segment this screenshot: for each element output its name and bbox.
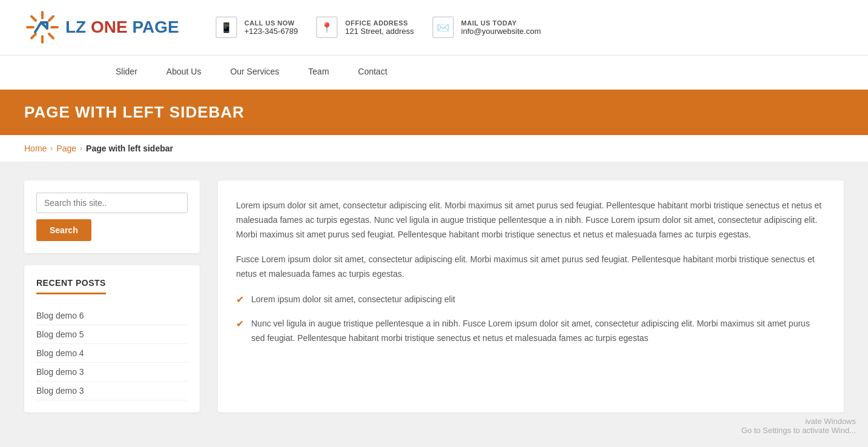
page-banner: PAGE WITH LEFT SIDEBAR [0, 90, 868, 135]
breadcrumb-page[interactable]: Page [56, 144, 76, 153]
checkmark-icon-2: ✔ [236, 318, 244, 329]
search-widget: Search [24, 180, 200, 253]
svg-line-7 [31, 34, 36, 38]
sidebar: Search RECENT POSTS Blog demo 6 Blog dem… [24, 180, 200, 412]
nav-contact[interactable]: Contact [344, 56, 402, 89]
breadcrumb-sep-2: › [80, 144, 82, 153]
svg-line-5 [49, 34, 53, 38]
call-value: +123-345-6789 [245, 27, 298, 36]
breadcrumb-current: Page with left sidebar [86, 144, 173, 153]
check-text-1: Lorem ipsum dolor sit amet, consectetur … [251, 293, 455, 307]
main-area: Search RECENT POSTS Blog demo 6 Blog dem… [0, 162, 868, 431]
list-item[interactable]: Blog demo 6 [36, 306, 188, 325]
nav-slider[interactable]: Slider [101, 56, 152, 89]
list-item[interactable]: Blog demo 3 [36, 382, 188, 400]
logo-lz: LZ [65, 18, 86, 36]
search-input[interactable] [36, 193, 188, 213]
call-us: 📱 CALL US NOW +123-345-6789 [215, 16, 298, 38]
content-paragraph-1: Lorem ipsum dolor sit amet, consectetur … [236, 199, 826, 242]
nav-bar: Slider About Us Our Services Team Contac… [0, 55, 868, 90]
logo-page: PAGE [128, 18, 179, 36]
main-content: Lorem ipsum dolor sit amet, consectetur … [218, 180, 844, 412]
logo-icon [24, 9, 61, 45]
recent-posts-title: RECENT POSTS [36, 278, 106, 294]
mail-details: MAIL US TODAY info@yourwebsite.com [461, 19, 541, 36]
mail-label: MAIL US TODAY [461, 19, 541, 27]
svg-line-6 [49, 16, 53, 21]
recent-posts-widget: RECENT POSTS Blog demo 6 Blog demo 5 Blo… [24, 265, 200, 412]
office-address: 📍 OFFICE ADDRESS 121 Street, address [316, 16, 413, 38]
logo[interactable]: LZ ONE PAGE [24, 9, 179, 45]
nav-our-services[interactable]: Our Services [215, 56, 294, 89]
mail-icon: ✉️ [432, 16, 454, 38]
breadcrumb-sep-1: › [50, 144, 53, 153]
mail-value: info@yourwebsite.com [461, 27, 541, 36]
nav-team[interactable]: Team [294, 56, 343, 89]
breadcrumb-home[interactable]: Home [24, 144, 47, 153]
location-icon: 📍 [316, 16, 338, 38]
list-item[interactable]: Blog demo 5 [36, 325, 188, 344]
phone-icon: 📱 [215, 16, 237, 38]
call-label: CALL US NOW [245, 19, 298, 27]
list-item[interactable]: Blog demo 3 [36, 363, 188, 382]
recent-posts-list: Blog demo 6 Blog demo 5 Blog demo 4 Blog… [36, 306, 188, 400]
content-paragraph-2: Fusce Lorem ipsum dolor sit amet, consec… [236, 253, 826, 282]
logo-text: LZ ONE PAGE [65, 18, 179, 37]
nav-about-us[interactable]: About Us [152, 56, 216, 89]
office-label: OFFICE ADDRESS [345, 19, 413, 27]
contact-info: 📱 CALL US NOW +123-345-6789 📍 OFFICE ADD… [215, 16, 541, 38]
nav-inner: Slider About Us Our Services Team Contac… [101, 56, 767, 89]
call-details: CALL US NOW +123-345-6789 [245, 19, 298, 36]
check-item-2: ✔ Nunc vel ligula in augue tristique pel… [236, 317, 826, 346]
list-item[interactable]: Blog demo 4 [36, 344, 188, 363]
header: LZ ONE PAGE 📱 CALL US NOW +123-345-6789 … [0, 0, 868, 55]
checkmark-icon-1: ✔ [236, 294, 244, 305]
mail-us: ✉️ MAIL US TODAY info@yourwebsite.com [432, 16, 541, 38]
office-details: OFFICE ADDRESS 121 Street, address [345, 19, 413, 36]
check-item-1: ✔ Lorem ipsum dolor sit amet, consectetu… [236, 293, 826, 307]
svg-line-4 [31, 16, 36, 21]
office-value: 121 Street, address [345, 27, 413, 36]
breadcrumb: Home › Page › Page with left sidebar [0, 135, 868, 162]
page-banner-title: PAGE WITH LEFT SIDEBAR [24, 103, 844, 122]
logo-one: ONE [86, 18, 127, 36]
search-button[interactable]: Search [36, 219, 91, 241]
check-text-2: Nunc vel ligula in augue tristique pelle… [251, 317, 826, 346]
